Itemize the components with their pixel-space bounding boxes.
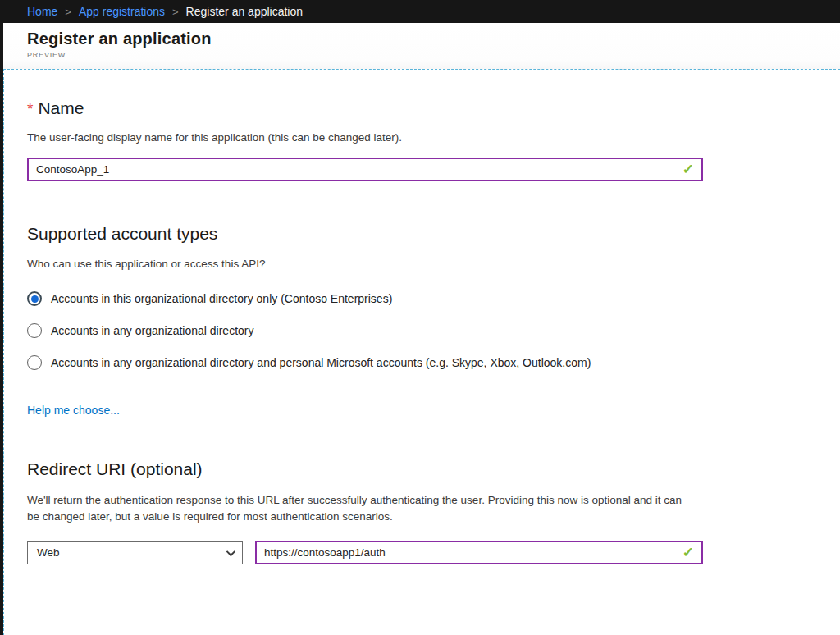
redirect-uri-heading: Redirect URI (optional) [27, 459, 840, 479]
name-heading-text: Name [38, 98, 84, 117]
page-header: Register an application PREVIEW [3, 23, 840, 69]
app-name-input[interactable] [36, 163, 682, 176]
redirect-uri-input[interactable] [264, 546, 682, 559]
breadcrumb: Home > App registrations > Register an a… [0, 0, 840, 23]
radio-option-multitenant[interactable]: Accounts in any organizational directory [27, 323, 840, 338]
radio-option-label: Accounts in this organizational director… [51, 292, 392, 305]
radio-option-single-tenant[interactable]: Accounts in this organizational director… [27, 291, 840, 306]
redirect-uri-field-border: ✓ [255, 541, 703, 564]
redirect-uri-section: Redirect URI (optional) We'll return the… [27, 459, 840, 564]
help-me-choose-link[interactable]: Help me choose... [27, 404, 120, 417]
name-description: The user-facing display name for this ap… [27, 131, 840, 144]
name-section-heading: *Name [27, 98, 840, 118]
account-types-heading: Supported account types [27, 224, 840, 244]
valid-check-icon: ✓ [682, 544, 694, 561]
window-left-frame [0, 0, 3, 635]
radio-button-icon[interactable] [27, 291, 42, 306]
breadcrumb-current-page: Register an application [186, 5, 303, 18]
redirect-uri-description: We'll return the authentication response… [27, 492, 693, 524]
radio-option-label: Accounts in any organizational directory [51, 324, 253, 337]
register-application-form: *Name The user-facing display name for t… [3, 69, 840, 635]
breadcrumb-home-link[interactable]: Home [27, 5, 57, 18]
preview-badge: PREVIEW [27, 51, 840, 59]
valid-check-icon: ✓ [682, 161, 694, 178]
radio-button-icon[interactable] [27, 355, 42, 370]
radio-option-label: Accounts in any organizational directory… [51, 356, 591, 369]
page-title: Register an application [27, 30, 840, 48]
chevron-down-icon [226, 547, 235, 556]
account-type-options: Accounts in this organizational director… [27, 291, 840, 370]
redirect-uri-controls: Web ✓ [27, 541, 840, 564]
breadcrumb-separator: > [65, 6, 71, 18]
breadcrumb-separator: > [172, 6, 179, 18]
account-types-question: Who can use this application or access t… [27, 258, 840, 270]
supported-account-types-section: Supported account types Who can use this… [27, 224, 840, 418]
radio-button-icon[interactable] [27, 323, 42, 338]
name-section: *Name The user-facing display name for t… [27, 98, 840, 181]
redirect-type-dropdown[interactable]: Web [27, 541, 243, 564]
breadcrumb-app-registrations-link[interactable]: App registrations [79, 5, 165, 18]
redirect-type-selected-value: Web [37, 546, 60, 559]
radio-option-multitenant-personal[interactable]: Accounts in any organizational directory… [27, 355, 840, 370]
required-asterisk: * [27, 100, 33, 117]
app-name-field-border: ✓ [27, 158, 703, 181]
